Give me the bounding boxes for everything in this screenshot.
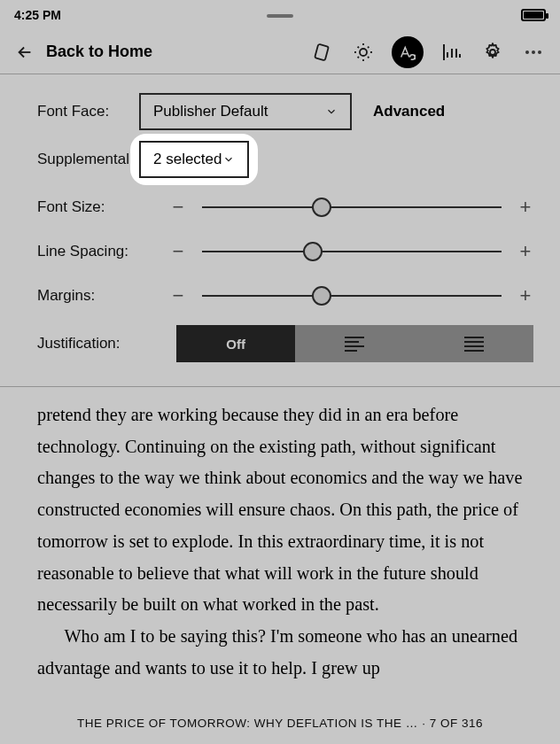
font-size-label: Font Size:	[37, 198, 170, 216]
line-spacing-label: Line Spacing:	[37, 243, 170, 260]
justification-label: Justification:	[37, 335, 139, 353]
font-size-slider[interactable]	[202, 206, 502, 208]
font-face-value: Publisher Default	[153, 103, 268, 120]
page-footer: THE PRICE OF TOMORROW: WHY DEFLATION IS …	[0, 717, 560, 730]
margins-slider[interactable]	[202, 295, 502, 297]
font-settings-panel: Font Face: Publisher Default Advanced Su…	[0, 74, 560, 387]
chevron-down-icon	[325, 105, 338, 118]
reading-content: pretend they are working because they di…	[0, 387, 560, 693]
line-spacing-slider[interactable]	[202, 251, 502, 252]
supplemental-select[interactable]: 2 selected	[139, 141, 249, 178]
margins-increase[interactable]: +	[517, 284, 533, 307]
gear-icon[interactable]	[480, 40, 505, 65]
svg-rect-0	[315, 43, 329, 60]
drag-handle[interactable]	[267, 14, 293, 18]
align-justify-icon	[464, 337, 484, 352]
justification-full[interactable]	[415, 325, 533, 362]
brightness-icon[interactable]	[351, 40, 376, 65]
battery-icon	[521, 9, 546, 21]
status-bar: 4:25 PM	[0, 0, 560, 30]
font-settings-icon[interactable]	[392, 36, 424, 68]
top-toolbar: Back to Home	[0, 30, 560, 74]
margins-decrease[interactable]: −	[170, 284, 186, 307]
svg-point-2	[490, 50, 495, 55]
toolbar-title[interactable]: Back to Home	[46, 43, 152, 61]
justification-group: Off	[176, 325, 533, 362]
chevron-down-icon	[222, 153, 235, 166]
margins-label: Margins:	[37, 287, 170, 305]
supplemental-label: Supplemental: i	[37, 151, 139, 168]
justification-left[interactable]	[295, 325, 414, 362]
svg-point-1	[360, 49, 367, 56]
font-face-label: Font Face:	[37, 103, 139, 120]
supplemental-value: 2 selected	[153, 151, 222, 168]
line-spacing-decrease[interactable]: −	[170, 240, 186, 263]
justification-off[interactable]: Off	[176, 325, 295, 362]
line-spacing-increase[interactable]: +	[517, 240, 533, 263]
font-face-select[interactable]: Publisher Default	[139, 93, 352, 130]
page-indicator: 7 OF 316	[430, 717, 483, 730]
align-left-icon	[345, 337, 364, 352]
more-icon[interactable]	[521, 40, 546, 65]
book-title: THE PRICE OF TOMORROW: WHY DEFLATION IS …	[77, 717, 418, 730]
back-button[interactable]	[14, 42, 35, 63]
font-size-decrease[interactable]: −	[170, 196, 186, 219]
body-paragraph: Who am I to be saying this? I'm someone …	[37, 621, 523, 684]
rotate-icon[interactable]	[310, 40, 335, 65]
body-paragraph: pretend they are working because they di…	[37, 399, 523, 621]
status-time: 4:25 PM	[14, 8, 61, 22]
advanced-link[interactable]: Advanced	[373, 103, 445, 120]
stats-icon[interactable]	[439, 40, 464, 65]
font-size-increase[interactable]: +	[517, 196, 533, 219]
